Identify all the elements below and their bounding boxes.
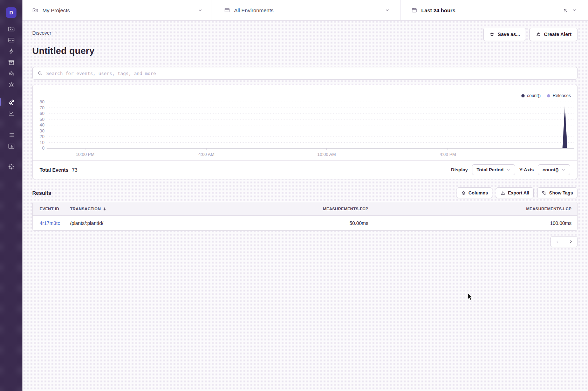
sidebar-item-stats[interactable] bbox=[0, 140, 22, 152]
total-events-label: Total Events bbox=[40, 167, 68, 173]
events-chart-panel: count()Releases 0102030405060708010:00 P… bbox=[32, 85, 577, 179]
releases-icon bbox=[8, 59, 15, 66]
projects-icon bbox=[8, 25, 15, 33]
breadcrumb: Discover bbox=[32, 30, 58, 36]
environment-selector-label: All Environments bbox=[234, 7, 274, 13]
total-events-value: 73 bbox=[72, 167, 77, 173]
sort-down-icon bbox=[102, 207, 107, 211]
events-chart: count()Releases 0102030405060708010:00 P… bbox=[33, 85, 577, 160]
environment-selector[interactable]: All Environments bbox=[212, 0, 401, 20]
display-label: Display bbox=[451, 167, 468, 172]
export-all-button[interactable]: Export All bbox=[496, 187, 534, 198]
issues-icon bbox=[8, 36, 15, 44]
y-axis-dropdown[interactable]: count() bbox=[538, 164, 570, 175]
avatar[interactable]: D bbox=[6, 7, 16, 18]
sidebar-item-projects[interactable] bbox=[0, 23, 22, 34]
close-icon[interactable] bbox=[563, 8, 568, 13]
window-icon bbox=[224, 7, 230, 13]
svg-text:50: 50 bbox=[40, 117, 45, 122]
event-id-link[interactable]: 4r17m3tc bbox=[40, 220, 60, 226]
table-row: 4r17m3tc/plants/:plantId/50.00ms100.00ms bbox=[33, 216, 577, 230]
chevron-down-icon[interactable] bbox=[572, 8, 577, 13]
chevron-down-icon[interactable] bbox=[198, 8, 203, 13]
app-sidebar: D bbox=[0, 0, 22, 391]
tag-icon bbox=[542, 191, 547, 196]
svg-text:40: 40 bbox=[40, 123, 45, 128]
sidebar-item-monitors[interactable] bbox=[0, 129, 22, 140]
columns-button[interactable]: Columns bbox=[457, 187, 493, 198]
svg-text:30: 30 bbox=[40, 129, 45, 133]
dashboards-icon bbox=[8, 110, 15, 117]
svg-text:70: 70 bbox=[40, 105, 45, 110]
column-header-transaction[interactable]: TRANSACTION bbox=[65, 207, 233, 211]
project-selector[interactable]: My Projects bbox=[22, 0, 212, 20]
chart-footer: Total Events 73 Display Total Period Y-A… bbox=[33, 160, 577, 179]
cell-event-id[interactable]: 4r17m3tc bbox=[33, 220, 65, 226]
chevron-left-icon bbox=[555, 239, 560, 244]
create-alert-label: Create Alert bbox=[544, 32, 572, 37]
sidebar-item-user-feedback[interactable] bbox=[0, 68, 22, 79]
siren-icon bbox=[535, 32, 541, 37]
pagination bbox=[32, 236, 577, 247]
chevron-right-icon bbox=[54, 31, 58, 35]
chevron-right-icon bbox=[568, 239, 573, 244]
chevron-down-icon bbox=[506, 168, 511, 172]
events-chart-plot: 0102030405060708010:00 PM4:00 AM10:00 AM… bbox=[33, 96, 577, 160]
sidebar-item-releases[interactable] bbox=[0, 57, 22, 68]
save-as-button[interactable]: Save as... bbox=[483, 28, 526, 41]
search-icon bbox=[37, 70, 43, 76]
stats-icon bbox=[8, 143, 15, 150]
display-dropdown-value: Total Period bbox=[477, 167, 504, 172]
alerts-icon bbox=[8, 81, 15, 89]
date-range-label: Last 24 hours bbox=[421, 7, 456, 13]
page-title: Untitled query bbox=[32, 46, 577, 56]
column-header-measurements-fcp[interactable]: MEASUREMENTS.FCP bbox=[233, 207, 374, 211]
sidebar-item-dashboards[interactable] bbox=[0, 108, 22, 119]
column-header-measurements-lcp[interactable]: MEASUREMENTS.LCP bbox=[374, 207, 577, 211]
user-feedback-icon bbox=[8, 70, 15, 77]
date-range-selector[interactable]: Last 24 hours bbox=[401, 0, 588, 20]
previous-page-button[interactable] bbox=[551, 236, 564, 247]
main-content: Discover Save as... Create Alert Untitle… bbox=[22, 21, 588, 391]
chevron-down-icon[interactable] bbox=[385, 8, 390, 13]
show-tags-button[interactable]: Show Tags bbox=[537, 187, 577, 198]
search-input[interactable] bbox=[46, 71, 573, 76]
svg-text:80: 80 bbox=[40, 100, 45, 104]
next-page-button[interactable] bbox=[564, 236, 577, 247]
column-header-label: EVENT ID bbox=[40, 207, 59, 211]
calendar-icon bbox=[411, 7, 417, 13]
sidebar-item-discover[interactable] bbox=[0, 96, 22, 108]
display-dropdown[interactable]: Total Period bbox=[472, 164, 515, 175]
columns-label: Columns bbox=[469, 190, 488, 196]
save-as-label: Save as... bbox=[498, 32, 520, 37]
svg-text:4:00 PM: 4:00 PM bbox=[440, 152, 456, 157]
chevron-down-icon bbox=[561, 168, 566, 172]
show-tags-label: Show Tags bbox=[549, 190, 573, 196]
sidebar-item-performance[interactable] bbox=[0, 46, 22, 57]
create-alert-button[interactable]: Create Alert bbox=[529, 28, 577, 41]
sidebar-nav bbox=[0, 18, 22, 172]
sidebar-item-issues[interactable] bbox=[0, 34, 22, 46]
performance-icon bbox=[8, 48, 15, 55]
results-table-body: 4r17m3tc/plants/:plantId/50.00ms100.00ms bbox=[33, 216, 577, 230]
column-header-label: MEASUREMENTS.FCP bbox=[323, 207, 368, 211]
sidebar-item-alerts[interactable] bbox=[0, 79, 22, 90]
svg-text:60: 60 bbox=[40, 111, 45, 116]
svg-text:10:00 AM: 10:00 AM bbox=[317, 152, 336, 157]
breadcrumb-discover-link[interactable]: Discover bbox=[32, 30, 51, 36]
star-icon bbox=[489, 32, 495, 37]
results-heading: Results bbox=[32, 190, 51, 196]
cell-measurements-fcp: 50.00ms bbox=[233, 220, 374, 226]
results-table: EVENT IDTRANSACTIONMEASUREMENTS.FCPMEASU… bbox=[32, 202, 577, 231]
column-header-label: MEASUREMENTS.LCP bbox=[526, 207, 572, 211]
svg-text:20: 20 bbox=[40, 134, 45, 139]
sidebar-item-settings[interactable] bbox=[0, 161, 22, 172]
cell-measurements-lcp: 100.00ms bbox=[374, 220, 577, 226]
top-filter-bar: My Projects All Environments Last 24 hou… bbox=[22, 0, 588, 21]
search-bar bbox=[32, 67, 577, 80]
column-header-label: TRANSACTION bbox=[70, 207, 101, 211]
y-axis-label: Y-Axis bbox=[519, 167, 534, 172]
project-selector-label: My Projects bbox=[42, 7, 70, 13]
projects-icon bbox=[32, 7, 39, 13]
column-header-event-id[interactable]: EVENT ID bbox=[33, 207, 65, 211]
